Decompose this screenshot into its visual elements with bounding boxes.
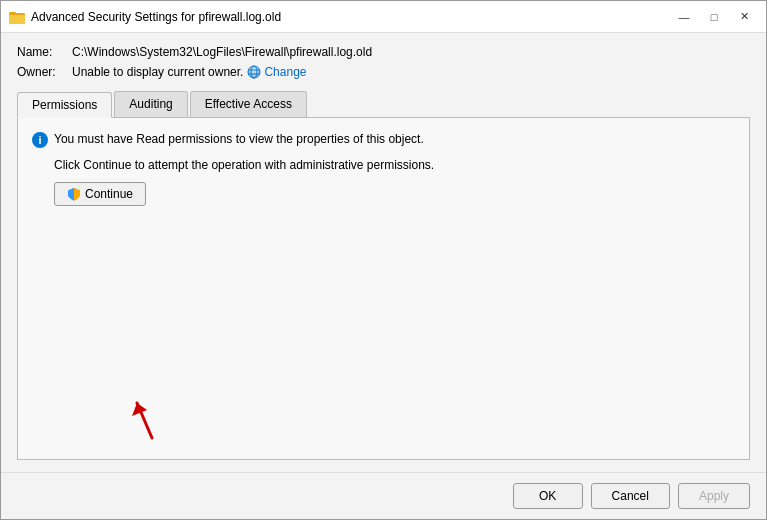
owner-value: Unable to display current owner. xyxy=(72,65,243,79)
name-row: Name: C:\Windows\System32\LogFiles\Firew… xyxy=(17,45,750,59)
svg-rect-2 xyxy=(9,12,16,15)
tab-permissions[interactable]: Permissions xyxy=(17,92,112,118)
minimize-button[interactable]: — xyxy=(670,6,698,28)
cursor-arrow xyxy=(132,388,172,451)
owner-row: Owner: Unable to display current owner. xyxy=(17,65,750,79)
tab-bar: Permissions Auditing Effective Access xyxy=(17,91,750,118)
name-value: C:\Windows\System32\LogFiles\Firewall\pf… xyxy=(72,45,372,59)
info-box: i You must have Read permissions to view… xyxy=(32,132,735,148)
svg-point-7 xyxy=(248,66,260,78)
owner-label: Owner: xyxy=(17,65,72,79)
dialog-footer: OK Cancel Apply xyxy=(1,472,766,519)
ok-button[interactable]: OK xyxy=(513,483,583,509)
info-message: You must have Read permissions to view t… xyxy=(54,132,424,146)
main-window: Advanced Security Settings for pfirewall… xyxy=(0,0,767,520)
maximize-button[interactable]: □ xyxy=(700,6,728,28)
cancel-button[interactable]: Cancel xyxy=(591,483,670,509)
continue-button[interactable]: Continue xyxy=(54,182,146,206)
change-owner-link[interactable]: Change xyxy=(247,65,306,79)
shield-uac-icon xyxy=(67,187,81,201)
svg-marker-9 xyxy=(132,403,147,416)
click-message: Click Continue to attempt the operation … xyxy=(54,158,735,172)
window-title: Advanced Security Settings for pfirewall… xyxy=(31,10,670,24)
tab-effective-access[interactable]: Effective Access xyxy=(190,91,307,117)
close-button[interactable]: ✕ xyxy=(730,6,758,28)
svg-rect-1 xyxy=(9,15,25,24)
window-controls: — □ ✕ xyxy=(670,6,758,28)
change-link-text: Change xyxy=(264,65,306,79)
apply-button[interactable]: Apply xyxy=(678,483,750,509)
title-bar: Advanced Security Settings for pfirewall… xyxy=(1,1,766,33)
dialog-content: Name: C:\Windows\System32\LogFiles\Firew… xyxy=(1,33,766,472)
name-label: Name: xyxy=(17,45,72,59)
tab-auditing[interactable]: Auditing xyxy=(114,91,187,117)
continue-button-label: Continue xyxy=(85,187,133,201)
info-icon: i xyxy=(32,132,48,148)
window-icon xyxy=(9,9,25,25)
globe-icon xyxy=(247,65,261,79)
tab-content-permissions: i You must have Read permissions to view… xyxy=(17,118,750,460)
svg-line-8 xyxy=(137,403,152,438)
